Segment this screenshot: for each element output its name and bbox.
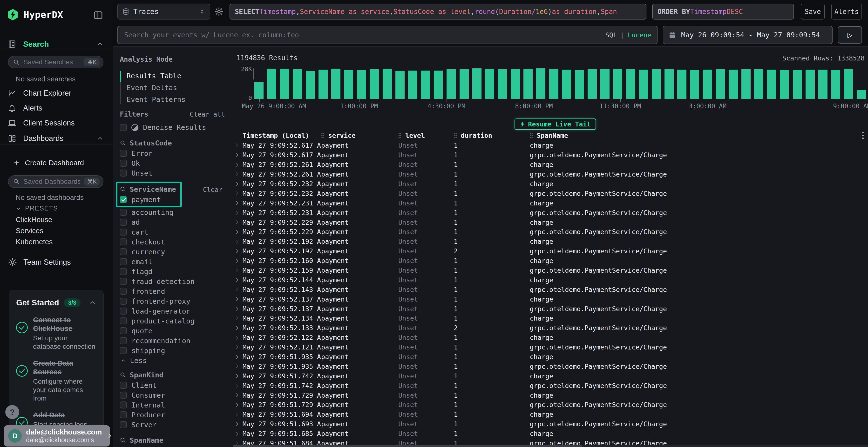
histogram-bar[interactable]	[728, 70, 738, 99]
table-row[interactable]: May 27 9:09:52.143 AMpaymentUnset1grpc.o…	[233, 285, 868, 294]
expand-row-icon[interactable]	[233, 229, 243, 235]
checkbox-icon[interactable]	[120, 229, 127, 236]
run-query-button[interactable]: ▷	[838, 26, 862, 44]
filter-option-error[interactable]: Error	[120, 148, 232, 158]
clear-all-filters-link[interactable]: Clear all	[190, 110, 225, 118]
histogram-bar[interactable]	[357, 70, 366, 99]
search-icon[interactable]	[120, 186, 126, 193]
expand-row-icon[interactable]	[233, 191, 243, 196]
table-row[interactable]: May 27 9:09:51.729 AMpaymentUnset1charge	[233, 390, 868, 400]
checkbox-icon[interactable]	[120, 160, 127, 167]
expand-row-icon[interactable]	[233, 258, 243, 264]
filter-option-server[interactable]: Server	[120, 420, 232, 429]
table-row[interactable]: May 27 9:09:52.231 AMpaymentUnset1charge	[233, 198, 868, 208]
histogram-bar[interactable]	[690, 70, 699, 99]
col-header-spanname[interactable]: SpanName	[530, 132, 858, 139]
expand-row-icon[interactable]	[233, 162, 243, 168]
table-row[interactable]: May 27 9:09:51.693 AMpaymentUnset1grpc.o…	[233, 419, 868, 429]
table-row[interactable]: May 27 9:09:52.261 AMpaymentUnset1grpc.o…	[233, 170, 868, 179]
chevron-up-icon[interactable]	[89, 299, 96, 306]
filter-option-cart[interactable]: cart	[120, 227, 232, 237]
checkbox-icon[interactable]	[120, 150, 127, 157]
histogram-bar[interactable]	[511, 69, 520, 99]
filter-option-load-generator[interactable]: load-generator	[120, 306, 232, 316]
denoise-results-checkbox[interactable]: Denoise Results	[120, 122, 232, 133]
table-row[interactable]: May 27 9:09:51.685 AMpaymentUnset1charge	[233, 429, 868, 439]
table-row[interactable]: May 27 9:09:51.684 AMpaymentUnset1grpc.o…	[233, 439, 868, 445]
histogram-bar[interactable]	[780, 70, 789, 99]
filter-option--closure-[interactable]: {closure}	[120, 446, 232, 447]
histogram-bar[interactable]	[421, 71, 430, 99]
event-search-input[interactable]	[124, 31, 601, 39]
checkbox-icon[interactable]	[120, 209, 127, 216]
expand-row-icon[interactable]	[233, 315, 243, 321]
histogram-bar[interactable]	[639, 70, 648, 99]
filter-option-flagd[interactable]: flagd	[120, 267, 232, 276]
filter-option-frontend-proxy[interactable]: frontend-proxy	[120, 296, 232, 306]
scrollbar-thumb[interactable]	[233, 445, 582, 447]
checkbox-icon[interactable]	[120, 327, 127, 334]
table-row[interactable]: May 27 9:09:52.232 AMpaymentUnset1grpc.o…	[233, 188, 868, 198]
histogram-bar[interactable]	[498, 69, 507, 99]
histogram-bar[interactable]	[434, 71, 443, 99]
filter-option-payment[interactable]: payment	[120, 195, 176, 204]
checkbox-icon[interactable]	[120, 421, 127, 428]
checkbox-icon[interactable]	[120, 278, 127, 285]
expand-row-icon[interactable]	[233, 402, 243, 408]
table-row[interactable]: May 27 9:09:51.742 AMpaymentUnset1charge	[233, 371, 868, 381]
table-row[interactable]: May 27 9:09:51.729 AMpaymentUnset1grpc.o…	[233, 400, 868, 410]
histogram-bar[interactable]	[280, 69, 289, 99]
histogram-bar[interactable]	[306, 71, 315, 99]
expand-row-icon[interactable]	[233, 248, 243, 254]
sidebar-item-chart-explorer[interactable]: Chart Explorer	[0, 87, 113, 99]
alerts-button[interactable]: Alerts	[831, 4, 862, 20]
checkbox-icon[interactable]	[120, 382, 127, 389]
table-row[interactable]: May 27 9:09:52.617 AMpaymentUnset1grpc.o…	[233, 150, 868, 160]
expand-row-icon[interactable]	[233, 219, 243, 225]
histogram-bar[interactable]	[254, 82, 264, 99]
sidebar-item-dashboards[interactable]: Dashboards	[0, 133, 113, 144]
filter-option-client[interactable]: Client	[120, 380, 232, 390]
table-row[interactable]: May 27 9:09:51.742 AMpaymentUnset1grpc.o…	[233, 381, 868, 390]
histogram-bar[interactable]	[549, 69, 558, 99]
table-row[interactable]: May 27 9:09:52.134 AMpaymentUnset1charge	[233, 314, 868, 323]
expand-row-icon[interactable]	[233, 200, 243, 206]
checkbox-icon[interactable]	[120, 258, 127, 265]
histogram-bar[interactable]	[677, 70, 686, 99]
saved-searches-search[interactable]: ⌘K	[8, 56, 103, 68]
expand-row-icon[interactable]	[233, 412, 243, 417]
drag-handle-icon[interactable]	[398, 132, 401, 139]
expand-row-icon[interactable]	[233, 239, 243, 244]
lucene-toggle[interactable]: Lucene	[628, 31, 651, 39]
histogram-bar[interactable]	[664, 69, 674, 99]
chevron-up-icon[interactable]	[96, 40, 104, 48]
expand-row-icon[interactable]	[233, 354, 243, 360]
checkbox-icon[interactable]	[120, 238, 127, 245]
column-menu-icon[interactable]	[862, 131, 864, 140]
table-row[interactable]: May 27 9:09:52.133 AMpaymentUnset2grpc.o…	[233, 323, 868, 333]
checkbox-icon[interactable]	[120, 308, 127, 314]
create-dashboard-button[interactable]: + Create Dashboard	[14, 159, 84, 167]
col-header-duration[interactable]: duration	[454, 132, 530, 139]
histogram-bar[interactable]	[857, 90, 866, 99]
drag-handle-icon[interactable]	[530, 132, 533, 139]
histogram-bar[interactable]	[741, 69, 751, 99]
search-icon[interactable]	[120, 372, 126, 378]
help-button[interactable]: ?	[5, 405, 19, 419]
filter-option-frontend[interactable]: frontend	[120, 286, 232, 296]
filter-option-internal[interactable]: Internal	[120, 400, 232, 410]
checkbox-icon[interactable]	[120, 219, 127, 226]
order-by-input[interactable]: ORDER BY Timestamp DESC	[652, 4, 794, 20]
filter-option-recommendation[interactable]: recommendation	[120, 336, 232, 346]
histogram-bar[interactable]	[562, 70, 571, 99]
expand-row-icon[interactable]	[233, 373, 243, 379]
histogram-bar[interactable]	[588, 69, 597, 99]
table-row[interactable]: May 27 9:09:52.144 AMpaymentUnset1charge	[233, 275, 868, 285]
table-row[interactable]: May 27 9:09:51.935 AMpaymentUnset1charge	[233, 352, 868, 362]
table-row[interactable]: May 27 9:09:52.229 AMpaymentUnset1charge	[233, 217, 868, 227]
histogram-bar[interactable]	[331, 69, 340, 99]
histogram-bar[interactable]	[703, 70, 712, 99]
sidebar-preset-kubernetes[interactable]: Kubernetes	[16, 238, 53, 246]
chevron-up-icon[interactable]	[96, 135, 104, 142]
filter-option-accounting[interactable]: accounting	[120, 207, 232, 217]
